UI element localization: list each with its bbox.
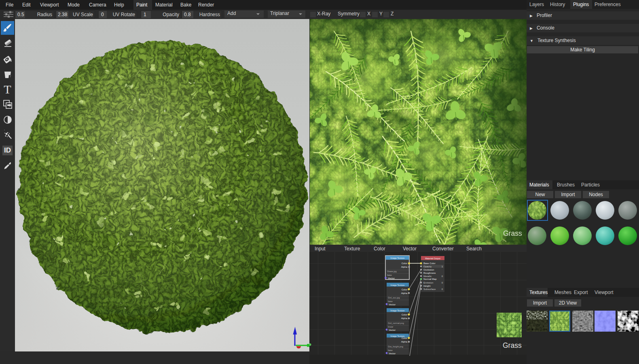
svg-text:Roughness: Roughness	[423, 272, 436, 274]
svg-text:Vector: Vector	[389, 329, 396, 331]
svg-text:Subsurface: Subsurface	[423, 288, 436, 290]
svg-text:Color: Color	[402, 313, 407, 316]
svg-text:Image Texture: Image Texture	[391, 257, 405, 259]
svg-text:Image Texture: Image Texture	[391, 284, 405, 286]
svg-text:Alpha: Alpha	[401, 292, 408, 294]
svg-text:Base Color: Base Color	[423, 262, 436, 265]
svg-text:Emission: Emission	[423, 281, 433, 284]
svg-text:linear: linear	[388, 326, 394, 328]
svg-text:Metallic: Metallic	[423, 275, 432, 277]
svg-text:Vector: Vector	[389, 303, 396, 306]
svg-text:Alpha: Alpha	[401, 266, 408, 268]
svg-text:Grass.jpg: Grass.jpg	[387, 270, 397, 273]
svg-text:Normal Map: Normal Map	[423, 278, 437, 280]
svg-text:Vector: Vector	[388, 277, 395, 279]
svg-text:Grass: Grass	[503, 229, 522, 237]
svg-text:Opacity: Opacity	[423, 265, 432, 268]
svg-text:Gra_height.png: Gra_height.png	[388, 345, 403, 348]
svg-text:Material Output: Material Output	[425, 257, 440, 260]
svg-text:Grd_normal.png: Grd_normal.png	[388, 322, 404, 324]
svg-text:base: base	[388, 349, 393, 351]
svg-text:Height: Height	[423, 285, 431, 287]
svg-text:Color: Color	[402, 262, 407, 265]
svg-text:Color: Color	[402, 337, 407, 339]
svg-text:base: base	[387, 274, 392, 276]
svg-text:Grd_occ.jpg: Grd_occ.jpg	[388, 296, 400, 299]
svg-text:Color: Color	[402, 288, 407, 291]
svg-text:base: base	[388, 300, 393, 303]
svg-text:Alpha: Alpha	[401, 317, 408, 320]
svg-text:Alpha: Alpha	[401, 341, 408, 343]
svg-text:Image Texture: Image Texture	[391, 309, 405, 312]
svg-text:Grass: Grass	[503, 341, 522, 349]
svg-text:Vector: Vector	[389, 352, 396, 355]
svg-text:Occlusion: Occlusion	[423, 269, 434, 271]
